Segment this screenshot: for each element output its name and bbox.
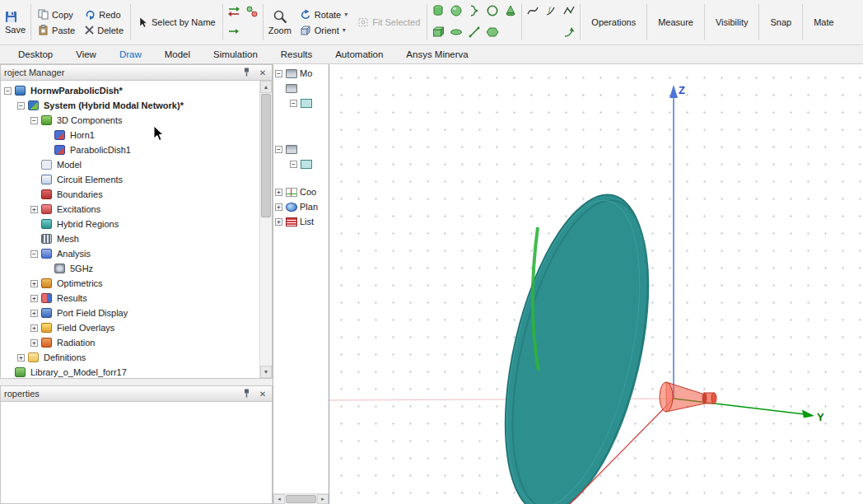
collapse-icon[interactable]: − — [275, 70, 282, 77]
redo-button[interactable]: Redo — [82, 7, 126, 22]
collapse-icon[interactable]: − — [30, 250, 38, 258]
draw-spline-button[interactable] — [526, 4, 539, 19]
modeler-item-4[interactable]: − — [290, 157, 315, 170]
draw-line-button[interactable] — [468, 26, 481, 40]
menu-tab-draw[interactable]: Draw — [108, 48, 153, 61]
modeler-item-1[interactable] — [285, 82, 300, 95]
materials-menu[interactable]: Mate — [805, 1, 842, 44]
tree-item-hybrid-regions[interactable]: Hybrid Regions — [1, 217, 272, 231]
scroll-down-icon[interactable]: ▼ — [260, 366, 272, 378]
parabolic-dish[interactable] — [478, 181, 674, 504]
menu-tab-ansys-minerva[interactable]: Ansys Minerva — [394, 48, 479, 61]
expand-icon[interactable]: + — [275, 189, 282, 196]
modeler-item-mo[interactable]: −Mo — [275, 67, 312, 80]
expand-icon[interactable]: + — [275, 218, 282, 226]
modeler-item-3[interactable]: − — [275, 142, 300, 156]
collapse-icon[interactable]: − — [275, 146, 282, 153]
panel-splitter[interactable] — [0, 379, 273, 385]
pin-icon[interactable] — [240, 389, 252, 399]
project-tree-scrollbar[interactable]: ▲ ▼ — [259, 81, 272, 378]
expand-icon[interactable]: + — [30, 206, 38, 213]
menu-tab-desktop[interactable]: Desktop — [7, 48, 64, 61]
draw-circle-button[interactable] — [486, 4, 499, 19]
modeler-item-2[interactable]: − — [290, 96, 315, 110]
tree-item-library-o-model-forr17[interactable]: Library_o_Model_forr17 — [1, 365, 272, 379]
sweep-along-path-button[interactable] — [562, 26, 576, 40]
tree-item-port-field-display[interactable]: +Port Field Display — [1, 306, 272, 320]
tree-item-results[interactable]: +Results — [1, 291, 272, 306]
tree-item-3d-components[interactable]: −3D Components — [1, 113, 272, 128]
attach-tool-button[interactable] — [227, 25, 240, 40]
modeler-hscrollbar[interactable]: ◂ ▸ — [273, 493, 329, 504]
menu-tab-model[interactable]: Model — [153, 48, 202, 61]
tree-item-horn1[interactable]: Horn1 — [1, 128, 272, 142]
tree-item-optimetrics[interactable]: +Optimetrics — [1, 276, 272, 291]
swap-arrows-tool-button[interactable] — [227, 5, 240, 20]
expand-icon[interactable]: + — [30, 295, 38, 302]
tree-item-boundaries[interactable]: Boundaries — [1, 187, 272, 202]
pin-icon[interactable] — [240, 68, 252, 78]
draw-ellipse-button[interactable] — [450, 26, 463, 40]
draw-sphere-button[interactable] — [450, 4, 463, 19]
collapse-icon[interactable]: − — [290, 161, 297, 168]
expand-icon[interactable]: + — [30, 324, 38, 332]
collapse-icon[interactable]: − — [4, 87, 12, 95]
rotate-dropdown[interactable]: Rotate ▾ — [297, 7, 350, 22]
expand-icon[interactable]: + — [30, 310, 38, 317]
tree-item-parabolicdish1[interactable]: ParabolicDish1 — [1, 142, 272, 157]
modeler-item-list[interactable]: +List — [275, 215, 314, 228]
tree-item-definitions[interactable]: +Definitions — [1, 350, 272, 365]
tree-item-analysis[interactable]: −Analysis — [1, 246, 272, 261]
orient-dropdown[interactable]: Orient ▾ — [297, 22, 350, 38]
expand-icon[interactable]: + — [30, 339, 38, 347]
tree-item-model[interactable]: Model — [1, 157, 272, 172]
tree-item-radiation[interactable]: +Radiation — [1, 335, 272, 350]
menu-tab-simulation[interactable]: Simulation — [202, 48, 269, 61]
paste-button[interactable]: Paste — [35, 22, 77, 38]
duplicate-tool-button[interactable] — [245, 5, 259, 20]
draw-hexagon-button[interactable] — [486, 26, 499, 40]
modeler-item-coo[interactable]: +Coo — [275, 185, 316, 198]
menu-tab-results[interactable]: Results — [269, 48, 324, 61]
draw-helix-button[interactable] — [468, 4, 481, 19]
visibility-menu[interactable]: Visibility — [707, 1, 758, 44]
tree-item-hornwparabolicdish[interactable]: −HornwParabolicDish* — [1, 83, 272, 98]
draw-cylinder-button[interactable] — [432, 4, 445, 19]
3d-scene[interactable]: Z Y — [329, 64, 863, 504]
scrollbar-thumb[interactable] — [286, 495, 316, 503]
select-by-name-button[interactable]: Select by Name — [135, 15, 218, 30]
horn-antenna[interactable] — [660, 382, 716, 412]
collapse-icon[interactable]: − — [30, 117, 38, 124]
tree-item-circuit-elements[interactable]: Circuit Elements — [1, 172, 272, 187]
tree-item-system-hybrid-modal-network[interactable]: −System (Hybrid Modal Network)* — [1, 98, 272, 113]
expand-icon[interactable]: + — [30, 280, 38, 287]
3d-viewport[interactable]: Z Y — [329, 64, 863, 504]
expand-icon[interactable]: + — [275, 203, 282, 211]
tree-item-5ghz[interactable]: 5GHz — [1, 261, 272, 276]
tree-item-excitations[interactable]: +Excitations — [1, 202, 272, 217]
draw-polyline-button[interactable] — [562, 4, 576, 19]
fit-selected-button[interactable]: Fit Selected — [355, 15, 422, 30]
menu-tab-view[interactable]: View — [64, 48, 108, 61]
modeler-item-plan[interactable]: +Plan — [275, 200, 318, 213]
expand-icon[interactable]: + — [17, 354, 25, 362]
operations-menu[interactable]: Operations — [582, 1, 645, 44]
snap-menu[interactable]: Snap — [761, 1, 800, 44]
close-icon[interactable]: ✕ — [257, 390, 268, 399]
draw-equation-curve-button[interactable]: f — [544, 4, 557, 19]
close-icon[interactable]: ✕ — [257, 68, 268, 77]
save-button[interactable]: Save — [2, 1, 29, 44]
zoom-button[interactable]: Zoom — [265, 1, 295, 44]
scroll-left-icon[interactable]: ◂ — [273, 494, 285, 504]
delete-button[interactable]: Delete — [82, 22, 126, 38]
scroll-up-icon[interactable]: ▲ — [260, 81, 272, 93]
collapse-icon[interactable]: − — [290, 100, 297, 107]
scrollbar-thumb[interactable] — [261, 94, 271, 217]
scroll-right-icon[interactable]: ▸ — [317, 494, 329, 504]
menu-tab-automation[interactable]: Automation — [324, 48, 394, 61]
tree-item-field-overlays[interactable]: +Field Overlays — [1, 320, 272, 335]
draw-cone-button[interactable] — [504, 4, 517, 19]
tree-item-mesh[interactable]: Mesh — [1, 231, 272, 246]
collapse-icon[interactable]: − — [17, 102, 25, 110]
draw-box-button[interactable] — [432, 26, 445, 40]
